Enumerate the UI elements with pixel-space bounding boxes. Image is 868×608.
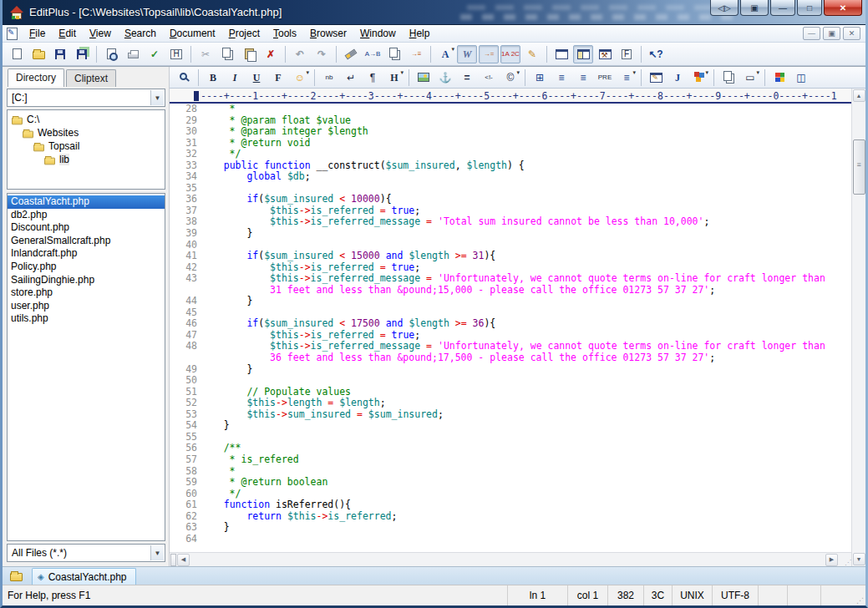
script-button[interactable]: J — [667, 68, 688, 87]
drive-combo[interactable]: [C:] ▼ — [7, 89, 165, 107]
menu-edit[interactable]: Edit — [52, 26, 83, 42]
vertical-scroll-track[interactable] — [853, 103, 865, 552]
file-item-generalsmallcraftphp[interactable]: GeneralSmallcraft.php — [8, 235, 165, 248]
print-preview-button[interactable] — [101, 45, 121, 63]
menu-browser[interactable]: Browser — [303, 26, 353, 42]
special-char-button[interactable]: ©▾ — [500, 68, 520, 87]
file-item-utilsphp[interactable]: utils.php — [8, 312, 165, 326]
find-button[interactable] — [341, 45, 361, 63]
new-file-button[interactable] — [7, 45, 27, 63]
browser-preview-button[interactable] — [174, 68, 194, 87]
scroll-down-arrow[interactable]: ▼ — [853, 553, 865, 565]
document-tab-coastalyacht[interactable]: ◈ CoastalYacht.php — [32, 568, 136, 585]
split-frame-button[interactable]: ◫ — [791, 68, 811, 87]
redo-button[interactable]: ↷ — [312, 45, 332, 63]
nav-arrows-button[interactable]: ◁▷ — [710, 0, 739, 16]
menu-document[interactable]: Document — [163, 26, 222, 42]
chevron-down-icon[interactable]: ▼ — [150, 545, 164, 560]
preformatted-button[interactable]: PRE — [595, 68, 615, 87]
tab-directory[interactable]: Directory — [8, 68, 64, 87]
directory-window-button[interactable] — [573, 45, 593, 63]
file-item-coastalyachtphp[interactable]: CoastalYacht.php — [8, 195, 165, 209]
auto-indent-button[interactable]: →= — [479, 45, 499, 63]
undo-button[interactable]: ↶ — [290, 45, 310, 63]
tab-cliptext[interactable]: Cliptext — [66, 69, 116, 87]
menu-view[interactable]: View — [83, 26, 118, 42]
cliptext-window-button[interactable] — [551, 45, 571, 63]
tree-node-topsail[interactable]: Topsail — [9, 139, 163, 153]
highlight-marker-button[interactable]: ✎ — [522, 45, 542, 63]
menu-project[interactable]: Project — [222, 26, 266, 42]
copy-button[interactable] — [217, 45, 237, 63]
context-help-button[interactable]: ↖? — [646, 45, 666, 63]
anchor-button[interactable]: ⚓ — [435, 68, 455, 87]
print-button[interactable] — [123, 45, 143, 63]
output-window-button[interactable] — [595, 45, 615, 63]
file-item-userphp[interactable]: user.php — [8, 300, 165, 313]
file-item-sailingdinghiephp[interactable]: SailingDinghie.php — [8, 274, 165, 287]
image-button[interactable] — [414, 68, 434, 87]
save-all-button[interactable] — [72, 45, 92, 63]
vertical-scrollbar[interactable]: ▲ ▼ — [851, 89, 865, 566]
replace-button[interactable]: A→B — [363, 45, 383, 63]
file-item-policyphp[interactable]: Policy.php — [8, 261, 165, 274]
set-font-button[interactable]: A▾ — [435, 45, 455, 63]
cut-button[interactable]: ✂ — [195, 45, 216, 63]
find-in-files-button[interactable] — [384, 45, 404, 63]
open-file-button[interactable] — [28, 45, 48, 63]
menu-tools[interactable]: Tools — [266, 26, 303, 42]
file-item-db2php[interactable]: db2.php — [8, 209, 165, 222]
frameset-button[interactable] — [718, 68, 739, 87]
paragraph-button[interactable]: ¶ — [363, 68, 383, 87]
table-button[interactable]: ⊞ — [530, 68, 550, 87]
vertical-scroll-thumb[interactable] — [853, 139, 865, 195]
file-item-discountphp[interactable]: Discount.php — [8, 221, 165, 235]
italic-button[interactable]: I — [225, 68, 245, 87]
doc-minimize-button[interactable]: — — [803, 27, 820, 40]
color-picker-button[interactable]: ☺▾ — [290, 68, 310, 87]
menu-file[interactable]: File — [23, 26, 52, 42]
nbsp-button[interactable]: nb — [319, 68, 339, 87]
underline-button[interactable]: U — [246, 68, 266, 87]
html-comment-button[interactable]: <!- — [479, 68, 499, 87]
scroll-left-arrow[interactable]: ◀ — [177, 554, 190, 566]
doc-close-button[interactable]: ✕ — [843, 27, 860, 40]
resize-grip[interactable]: ⋰ — [854, 585, 865, 605]
objects-button[interactable]: ▾ — [689, 68, 709, 87]
tree-node-lib[interactable]: lib — [9, 153, 163, 166]
file-item-inlandcraftphp[interactable]: Inlandcraft.php — [8, 247, 165, 261]
delete-button[interactable]: ✗ — [261, 45, 281, 63]
maximize-button[interactable]: □ — [797, 0, 822, 16]
scroll-up-arrow[interactable]: ▲ — [853, 89, 865, 102]
line-numbers-button[interactable]: 1A 2C — [500, 45, 520, 63]
bold-button[interactable]: B — [203, 68, 223, 87]
font-tag-button[interactable]: F — [268, 68, 288, 87]
split-handle[interactable] — [170, 554, 176, 566]
paste-button[interactable] — [239, 45, 259, 63]
line-break-button[interactable]: ↵ — [341, 68, 361, 87]
align-center-button[interactable]: ≡ — [551, 68, 571, 87]
heading-button[interactable]: H▾ — [384, 68, 404, 87]
menu-search[interactable]: Search — [118, 26, 163, 42]
horizontal-rule-button[interactable]: = — [457, 68, 477, 87]
file-item-storephp[interactable]: store.php — [8, 286, 165, 300]
html-heading-button[interactable]: H — [166, 45, 186, 63]
send-window-button[interactable]: ▣ — [740, 0, 769, 16]
menu-help[interactable]: Help — [403, 26, 437, 42]
goto-line-button[interactable]: →≡ — [406, 45, 426, 63]
document-system-icon[interactable] — [7, 28, 18, 40]
chevron-down-icon[interactable]: ▼ — [150, 90, 164, 105]
minimize-button[interactable]: — — [770, 0, 795, 16]
horizontal-scrollbar[interactable]: ◀ ▶ ⋰ — [170, 552, 851, 566]
tree-node-c[interactable]: C:\ — [9, 113, 163, 126]
folder-icon[interactable] — [5, 568, 27, 584]
close-button[interactable]: ✕ — [824, 0, 862, 16]
doc-restore-button[interactable]: ▣ — [823, 27, 840, 40]
scroll-right-arrow[interactable]: ▶ — [825, 554, 838, 566]
file-filter-combo[interactable]: All Files (*.*) ▼ — [7, 544, 165, 562]
menu-window[interactable]: Window — [353, 26, 403, 42]
word-wrap-button[interactable]: W — [457, 45, 477, 63]
function-list-button[interactable]: F — [617, 45, 637, 63]
title-bar[interactable]: EditPlus - [C:\Websites\Topsail\lib\Coas… — [3, 0, 865, 25]
align-right-button[interactable]: ≡ — [573, 68, 593, 87]
